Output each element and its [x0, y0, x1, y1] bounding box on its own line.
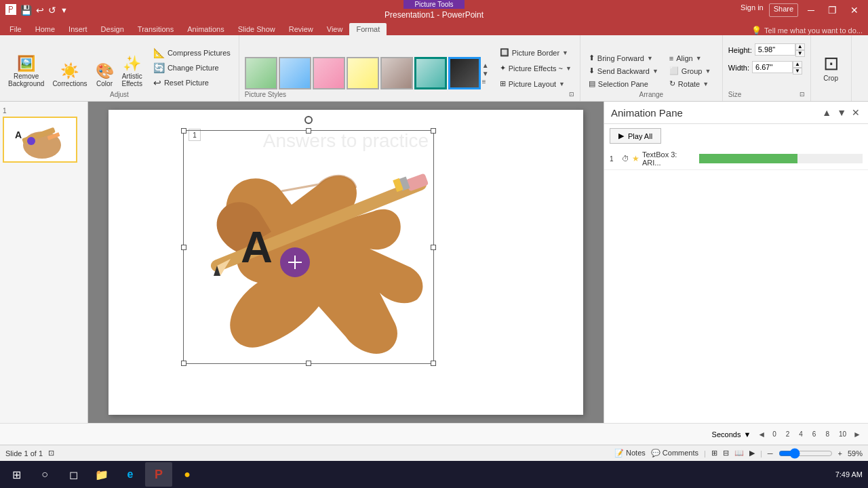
style-thumb-7[interactable] [448, 57, 481, 89]
view-reading-btn[interactable]: 📖 [734, 449, 744, 458]
group-btn[interactable]: ⬜ Group ▼ [667, 65, 714, 77]
change-picture-btn[interactable]: 🔄 Change Picture [151, 61, 233, 75]
handle-middle-right[interactable] [431, 245, 436, 250]
seconds-label: Seconds [712, 430, 741, 439]
tell-me-input[interactable]: 💡 Tell me what you want to do... [746, 26, 868, 35]
tab-view[interactable]: View [320, 23, 350, 35]
redo-icon[interactable]: ↺ [48, 5, 56, 16]
timeline-prev-btn[interactable]: ◄ [756, 430, 767, 439]
share-btn[interactable]: Share [769, 3, 798, 17]
task-view-btn[interactable]: ◻ [60, 462, 87, 487]
tab-transitions[interactable]: Transitions [131, 23, 180, 35]
gallery-down-btn[interactable]: ▼ [482, 70, 489, 77]
view-slidesorter-btn[interactable]: ⊟ [723, 449, 729, 458]
undo-icon[interactable]: ↩ [36, 5, 44, 16]
tab-slideshow[interactable]: Slide Show [231, 23, 282, 35]
zoom-slider[interactable] [778, 448, 833, 459]
timeline-next-btn[interactable]: ► [852, 430, 863, 439]
handle-top-right[interactable] [431, 128, 436, 134]
save-icon[interactable]: 💾 [20, 5, 32, 16]
gallery-up-btn[interactable]: ▲ [482, 62, 489, 69]
picture-styles-expand-btn[interactable]: ⊡ [569, 91, 574, 98]
style-thumb-3[interactable] [313, 57, 345, 89]
tab-file[interactable]: File [3, 23, 28, 35]
handle-bottom-left[interactable] [181, 361, 186, 366]
slide-number: 1 [3, 107, 85, 115]
image-container[interactable]: A [183, 130, 434, 364]
restore-btn[interactable]: ❐ [824, 3, 841, 17]
selection-pane-btn[interactable]: ▤ Selection Pane [586, 78, 661, 89]
style-thumb-5[interactable] [380, 57, 413, 89]
view-normal-btn[interactable]: ⊞ [711, 449, 717, 458]
reset-picture-btn[interactable]: ↩ Reset Picture [151, 76, 233, 89]
style-gallery: ▲ ▼ ≡ [245, 57, 489, 89]
canvas-area[interactable]: Answers to practice 1 [88, 102, 604, 423]
anim-pane-close-btn[interactable]: ✕ [850, 106, 861, 119]
ribbon-group-crop: ⊡ Crop [811, 35, 852, 101]
crop-btn[interactable]: ⊡ Crop [821, 52, 842, 84]
handle-bottom-center[interactable] [306, 361, 311, 366]
picture-layout-btn[interactable]: ⊞ Picture Layout ▼ [497, 78, 574, 89]
corrections-btn[interactable]: ☀️ Corrections [50, 62, 90, 89]
handle-middle-left[interactable] [181, 245, 186, 250]
compress-icon: 📐 [153, 47, 165, 58]
handle-bottom-right[interactable] [431, 361, 436, 366]
rotate-handle[interactable] [304, 116, 313, 124]
anim-bar [699, 154, 797, 163]
picture-border-btn[interactable]: 🔲 Picture Border ▼ [497, 47, 574, 58]
color-btn[interactable]: 🎨 Color [93, 62, 117, 89]
tab-animations[interactable]: Animations [180, 23, 231, 35]
tab-home[interactable]: Home [28, 23, 62, 35]
style-thumb-6[interactable] [414, 57, 447, 89]
bring-forward-btn[interactable]: ⬆ Bring Forward ▼ [586, 52, 661, 64]
handle-top-left[interactable] [181, 128, 186, 134]
seconds-dropdown-btn[interactable]: ▼ [743, 430, 751, 439]
anim-pane-down-btn[interactable]: ▼ [835, 106, 848, 119]
close-btn[interactable]: ✕ [846, 3, 863, 17]
file-explorer-btn[interactable]: 📁 [88, 462, 115, 487]
tab-insert[interactable]: Insert [62, 23, 94, 35]
customize-icon[interactable]: ▼ [60, 6, 68, 14]
size-expand-btn[interactable]: ⊡ [800, 91, 805, 98]
play-all-button[interactable]: ▶ Play All [610, 128, 661, 144]
start-button[interactable]: ⊞ [3, 462, 30, 487]
view-slideshow-btn[interactable]: ▶ [749, 449, 755, 458]
style-thumb-2[interactable] [279, 57, 311, 89]
tab-design[interactable]: Design [94, 23, 131, 35]
zoom-in-btn[interactable]: + [838, 449, 842, 458]
powerpoint-taskbar-btn[interactable]: P [145, 462, 172, 487]
style-options-col: 🔲 Picture Border ▼ ✦ Picture Effects ~ ▼… [497, 47, 574, 89]
chrome-taskbar-btn[interactable]: ● [174, 462, 201, 487]
search-btn[interactable]: ○ [31, 462, 58, 487]
sign-in-btn[interactable]: Sign in [741, 3, 764, 17]
remove-background-btn[interactable]: 🖼️ RemoveBackground [5, 54, 47, 89]
height-input[interactable] [755, 43, 795, 56]
width-down-btn[interactable]: ▼ [793, 68, 802, 75]
minimize-btn[interactable]: ─ [804, 3, 818, 17]
anim-pane-up-btn[interactable]: ▲ [821, 106, 833, 119]
layout-icon: ⊞ [500, 79, 506, 88]
send-backward-btn[interactable]: ⬇ Send Backward ▼ [586, 65, 661, 77]
style-thumb-4[interactable] [347, 57, 379, 89]
handle-top-center[interactable] [306, 128, 311, 134]
height-down-btn[interactable]: ▼ [795, 50, 805, 57]
zoom-out-btn[interactable]: ─ [768, 449, 773, 458]
tab-review[interactable]: Review [282, 23, 320, 35]
width-input[interactable] [752, 61, 793, 73]
width-up-btn[interactable]: ▲ [793, 61, 802, 68]
height-up-btn[interactable]: ▲ [795, 43, 805, 50]
compress-pictures-btn[interactable]: 📐 Compress Pictures [151, 46, 233, 60]
edge-btn[interactable]: e [117, 462, 144, 487]
comments-btn[interactable]: 💬 Comments [651, 449, 698, 458]
fit-icon[interactable]: ⊡ [48, 449, 54, 458]
align-btn[interactable]: ≡ Align ▼ [667, 53, 714, 64]
artistic-effects-btn[interactable]: ✨ ArtisticEffects [119, 54, 145, 89]
gallery-more-btn[interactable]: ≡ [482, 78, 489, 85]
tab-format[interactable]: Format [349, 23, 387, 35]
style-thumb-1[interactable] [245, 57, 277, 89]
rotate-btn[interactable]: ↻ Rotate ▼ [667, 78, 714, 89]
slide-thumbnail[interactable]: A [3, 117, 77, 163]
picture-effects-btn[interactable]: ✦ Picture Effects ~ ▼ [497, 62, 574, 74]
notes-btn[interactable]: 📝 Notes [614, 449, 646, 458]
tick-8: 8 [821, 430, 833, 438]
